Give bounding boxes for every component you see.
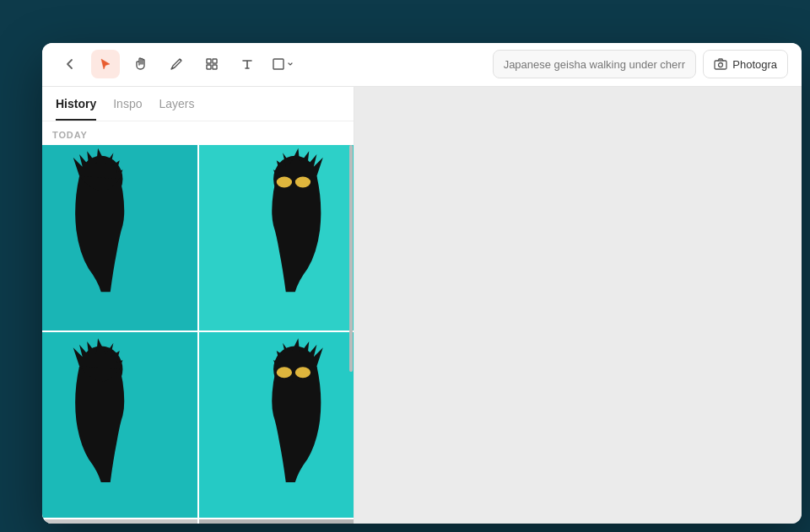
photo-btn-label: Photogra bbox=[732, 58, 777, 71]
svg-rect-2 bbox=[213, 59, 217, 63]
back-button[interactable] bbox=[56, 50, 84, 78]
tab-inspo[interactable]: Inspo bbox=[113, 97, 142, 121]
tab-layers[interactable]: Layers bbox=[159, 97, 194, 121]
sidebar-tabs: History Inspo Layers bbox=[42, 87, 354, 121]
tab-history[interactable]: History bbox=[56, 97, 96, 121]
section-label-today: TODAY bbox=[42, 121, 354, 145]
shape-tool-button[interactable] bbox=[268, 50, 297, 78]
history-image-grid bbox=[42, 145, 354, 524]
svg-rect-18 bbox=[42, 519, 197, 524]
photo-button[interactable]: Photogra bbox=[703, 50, 788, 78]
hand-tool-button[interactable] bbox=[127, 50, 155, 78]
list-item[interactable] bbox=[42, 519, 197, 524]
sidebar: History Inspo Layers TODAY bbox=[42, 87, 354, 524]
svg-point-11 bbox=[294, 176, 310, 187]
list-item[interactable] bbox=[199, 332, 354, 518]
svg-rect-5 bbox=[273, 59, 284, 69]
svg-point-7 bbox=[719, 63, 723, 67]
svg-point-0 bbox=[180, 59, 181, 61]
list-item[interactable] bbox=[199, 519, 354, 524]
search-input[interactable] bbox=[493, 50, 697, 78]
svg-rect-1 bbox=[207, 59, 211, 63]
svg-rect-6 bbox=[715, 61, 726, 69]
canvas-area bbox=[354, 87, 802, 524]
text-tool-button[interactable] bbox=[233, 50, 262, 78]
toolbar: Photogra bbox=[42, 43, 802, 87]
scroll-track bbox=[348, 145, 354, 524]
grid-tool-button[interactable] bbox=[197, 50, 226, 78]
pen-tool-button[interactable] bbox=[162, 50, 191, 78]
list-item[interactable] bbox=[199, 145, 354, 330]
scroll-thumb[interactable] bbox=[349, 145, 353, 372]
svg-rect-4 bbox=[213, 65, 217, 69]
svg-point-10 bbox=[276, 176, 291, 187]
svg-rect-23 bbox=[199, 519, 354, 524]
app-window: Photogra History Inspo Layers TODAY bbox=[42, 43, 802, 524]
list-item[interactable] bbox=[42, 332, 197, 518]
svg-point-15 bbox=[276, 367, 291, 378]
svg-rect-3 bbox=[207, 65, 211, 69]
select-tool-button[interactable] bbox=[91, 50, 120, 78]
svg-point-16 bbox=[294, 367, 310, 378]
list-item[interactable] bbox=[42, 145, 197, 330]
main-content: History Inspo Layers TODAY bbox=[42, 87, 802, 524]
